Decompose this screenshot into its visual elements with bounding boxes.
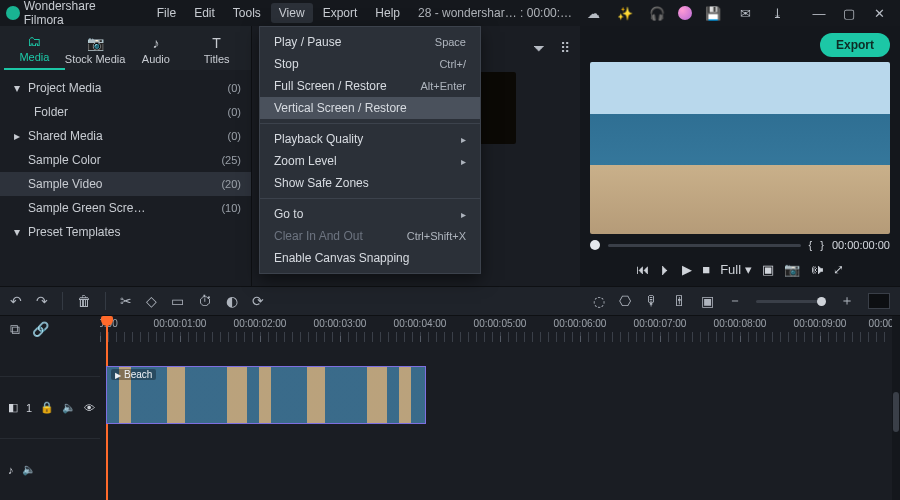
clip-beach[interactable]: Beach [106, 366, 426, 424]
view-playback-quality[interactable]: Playback Quality▸ [260, 128, 480, 150]
clip-label: Beach [111, 369, 156, 380]
scrub-handle[interactable] [590, 240, 600, 250]
tree-preset-templates[interactable]: ▾Preset Templates [0, 220, 251, 244]
menu-separator [260, 198, 480, 199]
stop-icon[interactable]: ■ [702, 262, 710, 277]
view-canvas-snapping[interactable]: Enable Canvas Snapping [260, 247, 480, 269]
window-minimize[interactable]: — [804, 2, 834, 24]
menu-export[interactable]: Export [315, 3, 366, 23]
support-icon[interactable]: 🎧 [646, 2, 668, 24]
view-clear-in-out: Clear In And OutCtrl+Shift+X [260, 225, 480, 247]
tab-stock-media[interactable]: 📷Stock Media [65, 31, 126, 70]
timeline: ⧉ 🔗 ◧ 1 🔒 🔈 👁 ♪ 🔈 0:00 00:00:01:00 00:00… [0, 316, 900, 500]
save-icon[interactable]: 💾 [702, 2, 724, 24]
export-button[interactable]: Export [820, 33, 890, 57]
marker-icon[interactable]: ◇ [146, 293, 157, 309]
tree-folder[interactable]: Folder(0) [0, 100, 251, 124]
color-icon[interactable]: ◐ [226, 293, 238, 309]
mail-icon[interactable]: ✉ [734, 2, 756, 24]
mic-icon[interactable]: 🎙 [645, 293, 659, 309]
tree-sample-video[interactable]: Sample Video(20) [0, 172, 251, 196]
menu-file[interactable]: File [149, 3, 184, 23]
display-icon[interactable]: ▣ [762, 262, 774, 277]
prev-frame-icon[interactable]: ⏮ [636, 262, 649, 277]
track-toggle-icon[interactable]: ◧ [8, 401, 18, 414]
preview-panel: Export { } 00:00:00:00 ⏮ ⏵ ▶ ■ Full ▾ ▣ … [580, 26, 900, 286]
refresh-icon[interactable]: ⟳ [252, 293, 264, 309]
tree-sample-green[interactable]: Sample Green Scre…(10) [0, 196, 251, 220]
chevron-down-icon: ▾ [14, 81, 22, 95]
view-vertical-screen[interactable]: Vertical Screen / Restore [260, 97, 480, 119]
audio-mixer-icon[interactable]: 🎚 [673, 293, 687, 309]
media-tree: ▾Project Media(0) Folder(0) ▸Shared Medi… [0, 70, 251, 286]
download-icon[interactable]: ⤓ [766, 2, 788, 24]
delete-icon[interactable]: 🗑 [77, 293, 91, 309]
view-zoom-level[interactable]: Zoom Level▸ [260, 150, 480, 172]
preview-viewport[interactable] [590, 62, 890, 234]
crop-icon[interactable]: ▭ [171, 293, 184, 309]
undo-icon[interactable]: ↶ [10, 293, 22, 309]
render-icon[interactable]: ▣ [701, 293, 714, 309]
tree-shared-media[interactable]: ▸Shared Media(0) [0, 124, 251, 148]
tab-audio[interactable]: ♪Audio [126, 31, 187, 70]
view-safe-zones[interactable]: Show Safe Zones [260, 172, 480, 194]
brace-close[interactable]: } [820, 239, 824, 251]
window-close[interactable]: ✕ [864, 2, 894, 24]
tree-sample-color[interactable]: Sample Color(25) [0, 148, 251, 172]
view-play-pause[interactable]: Play / PauseSpace [260, 31, 480, 53]
cut-icon[interactable]: ✂ [120, 293, 132, 309]
audio-track-icon[interactable]: ♪ [8, 464, 14, 476]
view-go-to[interactable]: Go to▸ [260, 203, 480, 225]
document-title: 28 - wondershar… : 00:00:04:05 [418, 6, 578, 20]
tag-icon[interactable]: ⎔ [619, 293, 631, 309]
mixer-icon[interactable]: ◌ [593, 293, 605, 309]
vertical-scrollbar[interactable] [892, 316, 900, 500]
view-stop[interactable]: StopCtrl+/ [260, 53, 480, 75]
view-fullscreen[interactable]: Full Screen / RestoreAlt+Enter [260, 75, 480, 97]
visibility-icon[interactable]: 👁 [84, 402, 95, 414]
view-dropdown: Play / PauseSpace StopCtrl+/ Full Screen… [259, 26, 481, 274]
mute-icon[interactable]: 🔈 [62, 401, 76, 414]
menu-edit[interactable]: Edit [186, 3, 223, 23]
zoom-out-icon[interactable]: － [728, 292, 742, 310]
stock-media-icon: 📷 [87, 35, 104, 51]
menu-view[interactable]: View [271, 3, 313, 23]
time-ruler[interactable]: 0:00 00:00:01:00 00:00:02:00 00:00:03:00… [100, 316, 900, 342]
menu-tools[interactable]: Tools [225, 3, 269, 23]
chevron-right-icon: ▸ [14, 129, 22, 143]
audio-track-head[interactable]: ♪ 🔈 [0, 438, 100, 500]
lock-icon[interactable]: 🔒 [40, 401, 54, 414]
stack-icon[interactable]: ⧉ [10, 321, 20, 338]
expand-icon[interactable]: ⤢ [833, 262, 844, 277]
snapshot-icon[interactable]: 📷 [784, 262, 800, 277]
menu-separator [260, 123, 480, 124]
quality-select[interactable]: Full ▾ [720, 262, 752, 277]
step-back-icon[interactable]: ⏵ [659, 262, 672, 277]
brace-open[interactable]: { [809, 239, 813, 251]
play-icon[interactable]: ▶ [682, 262, 692, 277]
video-track-head[interactable]: ◧ 1 🔒 🔈 👁 [0, 376, 100, 438]
volume-icon[interactable]: 🕪 [810, 262, 823, 277]
tab-titles[interactable]: TTitles [186, 31, 247, 70]
account-avatar[interactable] [678, 6, 692, 20]
tab-media[interactable]: 🗂Media [4, 29, 65, 70]
audio-icon: ♪ [152, 35, 159, 51]
zoom-fit-icon[interactable] [868, 293, 890, 309]
window-maximize[interactable]: ▢ [834, 2, 864, 24]
preview-time: 00:00:00:00 [832, 239, 890, 251]
redo-icon[interactable]: ↷ [36, 293, 48, 309]
tree-project-media[interactable]: ▾Project Media(0) [0, 76, 251, 100]
link-icon[interactable]: 🔗 [32, 321, 49, 337]
timeline-toolbar: ↶ ↷ 🗑 ✂ ◇ ▭ ⏱ ◐ ⟳ ◌ ⎔ 🎙 🎚 ▣ － ＋ [0, 286, 900, 316]
cloud-icon[interactable]: ☁ [582, 2, 604, 24]
zoom-in-icon[interactable]: ＋ [840, 292, 854, 310]
mute-icon[interactable]: 🔈 [22, 463, 36, 476]
tip-icon[interactable]: ✨ [614, 2, 636, 24]
brand-icon [6, 6, 20, 20]
menu-help[interactable]: Help [367, 3, 408, 23]
speed-icon[interactable]: ⏱ [198, 293, 212, 309]
scrub-track[interactable] [608, 244, 801, 247]
filter-icon[interactable]: ⏷ [532, 40, 546, 56]
zoom-slider[interactable] [756, 300, 826, 303]
grid-view-icon[interactable]: ⠿ [560, 40, 570, 56]
